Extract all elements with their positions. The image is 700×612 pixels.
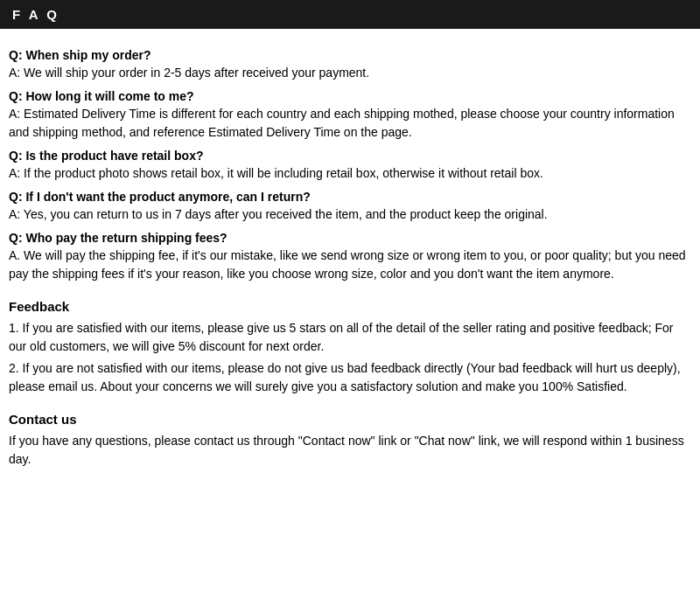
contact-section: Contact us If you have any questions, pl…: [9, 412, 691, 469]
faq-item-3: Q: Is the product have retail box? A: If…: [9, 149, 691, 183]
page-container: F A Q Q: When ship my order? A: We will …: [0, 0, 700, 477]
contact-title: Contact us: [9, 412, 691, 427]
feedback-title: Feedback: [9, 299, 691, 314]
question-4: Q: If I don't want the product anymore, …: [9, 190, 691, 204]
feedback-item-1: 1. If you are satisfied with our items, …: [9, 319, 691, 356]
faq-header: F A Q: [0, 0, 700, 29]
answer-4: A: Yes, you can return to us in 7 days a…: [9, 205, 691, 224]
faq-item-4: Q: If I don't want the product anymore, …: [9, 190, 691, 224]
faq-section: Q: When ship my order? A: We will ship y…: [9, 48, 691, 283]
contact-text: If you have any questions, please contac…: [9, 432, 691, 469]
faq-item-1: Q: When ship my order? A: We will ship y…: [9, 48, 691, 82]
faq-title: F A Q: [12, 7, 60, 22]
content-area: Q: When ship my order? A: We will ship y…: [0, 38, 700, 477]
faq-item-2: Q: How long it will come to me? A: Estim…: [9, 89, 691, 142]
faq-item-5: Q: Who pay the return shipping fees? A. …: [9, 231, 691, 283]
question-3: Q: Is the product have retail box?: [9, 149, 691, 163]
answer-1: A: We will ship your order in 2-5 days a…: [9, 64, 691, 82]
feedback-section: Feedback 1. If you are satisfied with ou…: [9, 299, 691, 396]
question-1: Q: When ship my order?: [9, 48, 691, 62]
answer-3: A: If the product photo shows retail box…: [9, 164, 691, 183]
question-5: Q: Who pay the return shipping fees?: [9, 231, 691, 245]
feedback-item-2: 2. If you are not satisfied with our ite…: [9, 359, 691, 396]
answer-2: A: Estimated Delivery Time is different …: [9, 105, 691, 142]
answer-5: A. We will pay the shipping fee, if it's…: [9, 247, 691, 283]
question-2: Q: How long it will come to me?: [9, 89, 691, 103]
